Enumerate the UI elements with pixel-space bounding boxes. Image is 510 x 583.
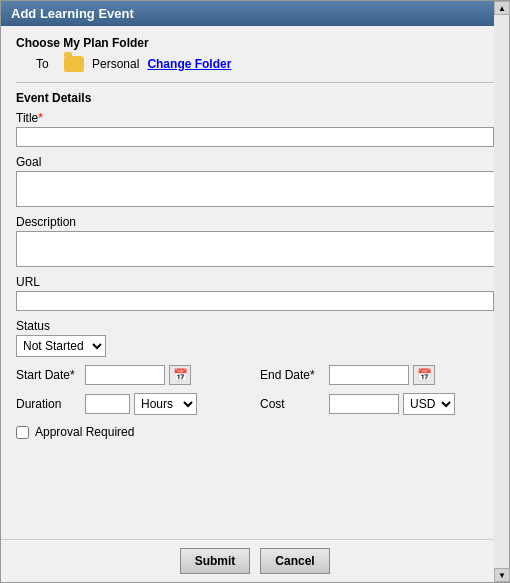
approval-row: Approval Required: [16, 425, 494, 439]
duration-input[interactable]: [85, 394, 130, 414]
hours-select[interactable]: Hours Days Weeks: [134, 393, 197, 415]
end-date-label: End Date*: [260, 368, 325, 382]
url-field-group: URL: [16, 275, 494, 311]
goal-field-group: Goal ▲ ▼: [16, 155, 494, 207]
approval-checkbox[interactable]: [16, 426, 29, 439]
folder-row: To Personal Change Folder: [16, 56, 494, 72]
title-label: Title*: [16, 111, 494, 125]
folder-section: Choose My Plan Folder To Personal Change…: [16, 36, 494, 72]
goal-textarea-wrapper: ▲ ▼: [16, 171, 494, 207]
folder-name: Personal: [92, 57, 139, 71]
status-field-group: Status Not Started In Progress Completed: [16, 319, 494, 357]
dialog-title: Add Learning Event: [1, 1, 509, 26]
add-learning-event-dialog: Add Learning Event Choose My Plan Folder…: [0, 0, 510, 583]
status-label: Status: [16, 319, 494, 333]
title-required: *: [38, 111, 43, 125]
description-scrollbar: ▲ ▼: [494, 26, 509, 539]
start-date-calendar-icon: 📅: [173, 368, 188, 382]
description-field-group: Description ▲ ▼: [16, 215, 494, 267]
url-input[interactable]: [16, 291, 494, 311]
status-select[interactable]: Not Started In Progress Completed: [16, 335, 106, 357]
description-label: Description: [16, 215, 494, 229]
to-label: To: [36, 57, 56, 71]
approval-label: Approval Required: [35, 425, 134, 439]
duration-label: Duration: [16, 397, 81, 411]
date-row: Start Date* 📅 End Date* 📅: [16, 365, 494, 385]
start-date-field: Start Date* 📅: [16, 365, 250, 385]
event-details-header: Event Details: [16, 91, 494, 105]
url-label: URL: [16, 275, 494, 289]
currency-select[interactable]: USD EUR GBP: [403, 393, 455, 415]
description-input[interactable]: [16, 231, 494, 267]
start-date-calendar-btn[interactable]: 📅: [169, 365, 191, 385]
title-input[interactable]: [16, 127, 494, 147]
cost-input[interactable]: [329, 394, 399, 414]
event-details-section: Event Details Title* Goal ▲ ▼: [16, 91, 494, 439]
goal-label: Goal: [16, 155, 494, 169]
cost-label: Cost: [260, 397, 325, 411]
end-date-input[interactable]: [329, 365, 409, 385]
duration-field: Duration Hours Days Weeks: [16, 393, 250, 415]
dialog-body: Choose My Plan Folder To Personal Change…: [1, 26, 509, 539]
submit-button[interactable]: Submit: [180, 548, 250, 574]
divider-1: [16, 82, 494, 83]
end-date-field: End Date* 📅: [260, 365, 494, 385]
title-field-group: Title*: [16, 111, 494, 147]
folder-icon: [64, 56, 84, 72]
dialog-footer: Submit Cancel: [1, 539, 509, 582]
cancel-button[interactable]: Cancel: [260, 548, 330, 574]
end-date-calendar-btn[interactable]: 📅: [413, 365, 435, 385]
change-folder-link[interactable]: Change Folder: [147, 57, 231, 71]
end-date-calendar-icon: 📅: [417, 368, 432, 382]
goal-input[interactable]: [16, 171, 494, 207]
cost-field: Cost USD EUR GBP: [260, 393, 494, 415]
start-date-label: Start Date*: [16, 368, 81, 382]
start-date-input[interactable]: [85, 365, 165, 385]
folder-section-header: Choose My Plan Folder: [16, 36, 494, 50]
start-date-required: *: [70, 368, 75, 382]
duration-cost-row: Duration Hours Days Weeks Cost USD EUR G…: [16, 393, 494, 415]
end-date-required: *: [310, 368, 315, 382]
description-textarea-wrapper: ▲ ▼: [16, 231, 494, 267]
